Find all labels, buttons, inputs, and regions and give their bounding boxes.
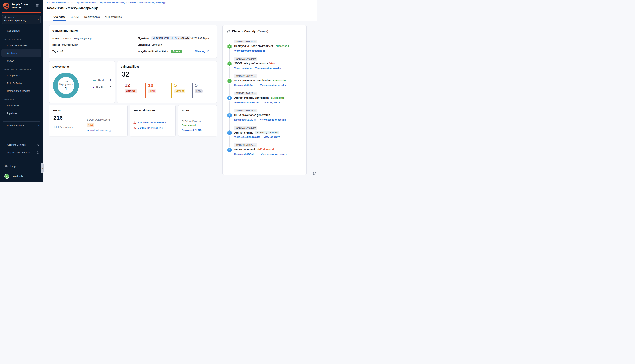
breadcrumb-link-organization-default[interactable]: Organization: default [76,2,95,4]
sidebar-item-organization-settings[interactable]: Organization Settings [0,148,43,156]
general-information-title: General Information [52,29,79,32]
event-timestamp: 01/16/2025 03:26pm [234,92,257,95]
event-title: Artifact Integrity Verification -success… [234,96,284,99]
link-view-execution-results[interactable]: View execution results [260,84,286,86]
sidebar-item-label: Compliance [7,74,20,77]
sidebar-item-get-started[interactable]: Get Started [0,27,43,34]
link-view-execution-results[interactable]: View execution results [255,66,281,69]
violation-row-637-allow-list-violations: 637 Allow list Violations [133,121,166,124]
event-timestamp: 01/16/2025 03:26pm [234,126,257,130]
link-view-log-entry[interactable]: View log entry [264,136,280,138]
tab-sbom[interactable]: SBOM [71,16,79,21]
sidebar-item-label: Pipelines [7,112,17,115]
name-value: lavakush07/easy-buggy-app [62,37,92,40]
signature-timestamp: 01/16/2025 03:26pm [187,37,209,40]
event-timestamp: 01/16/2025 03:27pm [234,40,257,44]
sidebar-item-label: Get Started [7,29,20,32]
module-switcher-waffle-icon[interactable] [36,4,39,7]
sidebar-section-manage: MANAGE [0,97,43,102]
sidebar-item-compliance[interactable]: Compliance [0,72,43,79]
link-view-violations[interactable]: View violations [234,66,252,69]
sidebar-item-integrations[interactable]: Integrations [0,102,43,109]
link-download-slsa[interactable]: Download SLSA [234,118,256,121]
breadcrumb-link-lavakush07-easy-buggy-app[interactable]: lavakush07/easy-buggy-app [139,2,165,4]
sidebar-collapse-handle[interactable]: ◀ [41,163,44,173]
sidebar-item-label: Code Repositories [7,44,27,47]
severity-block-critical: 12CRITICAL [122,83,137,98]
violation-link-2-deny-list-violations[interactable]: 2 Deny list Violations [138,126,163,129]
download-sbom-link[interactable]: Download SBOM [87,129,111,132]
view-log-link[interactable]: View log [195,50,209,53]
event-connector [229,49,230,61]
sidebar-item-account-settings[interactable]: Account Settings [0,141,43,148]
chain-of-custody-title: Chain of Custody [232,30,256,33]
sidebar-item-code-repositories[interactable]: Code Repositories [0,42,43,49]
deployments-donut-chart: Total Deployments 1 [53,73,79,98]
breadcrumb-link-project-product-exploratory[interactable]: Project: Product Exploratory [99,2,125,4]
scan-event-icon [227,96,232,100]
link-view-log-entry[interactable]: View log entry [264,101,280,104]
event-links: View deployment details [234,49,266,52]
legend-swatch [93,80,96,81]
event-title: SBOM policy enforcement -failed [234,62,275,65]
link-view-deployment-details[interactable]: View deployment details [234,49,266,52]
link-label: View execution results [260,84,286,86]
event-connector [229,84,230,96]
signed-by-label: Signed by: [138,44,150,46]
external-link-icon [206,50,209,52]
event-links: Download SBOMView execution results [234,153,287,156]
sidebar-item-pipelines[interactable]: Pipelines [0,109,43,117]
sbom-total-dependencies-label: Total Dependencies [54,126,75,128]
warning-triangle-icon [133,121,136,124]
tab-overview[interactable]: Overview [53,16,66,21]
page-title: lavakush07/easy-buggy-app [47,6,98,10]
event-title-text: SBOM generated - [234,148,257,151]
donut-total-value: 1 [65,86,67,91]
event-links: Download SLSAView execution results [234,84,286,86]
sbom-violations-card: SBOM Violations 637 Allow list Violation… [130,105,176,136]
link-view-execution-results[interactable]: View execution results [234,136,260,138]
violation-link-637-allow-list-violations[interactable]: 637 Allow list Violations [138,121,166,124]
general-info-divider [133,36,133,55]
event-links: View execution resultsView log entry [234,101,280,104]
feedback-chat-icon[interactable] [312,171,317,176]
download-slsa-link[interactable]: Download SLSA [182,128,205,132]
user-avatar: L [5,174,9,179]
sidebar-item-ci-cd[interactable]: CI/CD [0,57,43,64]
breadcrumb-link-account-automation-ssca[interactable]: Account: Automation-SSCA [47,2,73,4]
project-selector[interactable]: PROJECT Product Exploratory › [2,15,41,24]
severity-count: 12 [125,83,137,88]
event-status-success: successful [276,44,289,48]
download-icon [254,84,256,86]
link-label: View deployment details [234,49,262,52]
scan-event-icon [227,113,232,118]
sidebar-item-artifacts[interactable]: Artifacts [2,49,41,57]
sidebar-item-remediation-tracker[interactable]: Remediation Tracker [0,87,43,95]
tab-vulnerabilities[interactable]: Vulnerabilities [105,16,122,21]
event-title-text: SLSA provenance generation [234,114,270,116]
event-title: Deployed to Prod2 environment -successfu… [234,44,289,48]
link-label: View log entry [264,101,280,104]
link-label: Download SBOM [234,153,254,156]
link-download-slsa[interactable]: Download SLSA [234,84,256,86]
external-link-icon [263,50,266,52]
breadcrumb-link-artifacts[interactable]: Artifacts [128,2,136,4]
sidebar-item-project-settings[interactable]: Project Settings› [0,122,43,129]
severity-count: 5 [195,83,203,88]
link-view-execution-results[interactable]: View execution results [234,101,260,104]
sidebar-item-help[interactable]: ?Help [0,162,43,170]
event-title: SBOM generated -drift detected [234,148,274,151]
tab-deployments[interactable]: Deployments [84,16,100,21]
sbom-total-dependencies-value: 216 [54,115,63,121]
link-download-sbom[interactable]: Download SBOM [234,153,257,156]
signature-value-chip[interactable]: MEQCICde2VjIT...bL+2+mqnOXw== [151,36,190,40]
sidebar-item-label: Project Settings [7,124,25,127]
link-view-execution-results[interactable]: View execution results [261,153,287,156]
event-title: SLSA provenance verification -successful [234,79,286,82]
sidebar-item-label: Integrations [7,104,20,107]
sidebar-item-rule-definitions[interactable]: Rule Definitions [0,79,43,87]
sidebar-user-menu[interactable]: LLavakush [0,172,43,180]
breadcrumb-chevron-icon: › [97,2,97,4]
link-view-execution-results[interactable]: View execution results [260,118,286,121]
breadcrumb-chevron-icon: › [126,2,127,4]
